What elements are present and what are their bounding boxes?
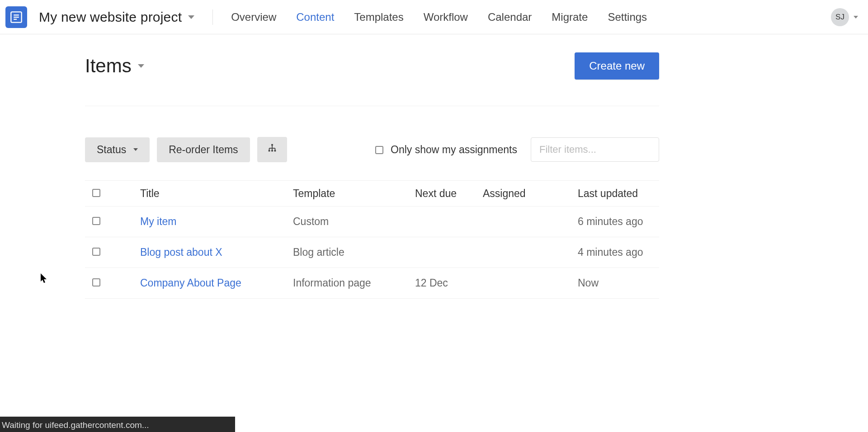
nav-migrate[interactable]: Migrate — [552, 11, 588, 23]
page-title-selector[interactable]: Items — [85, 55, 144, 77]
status-filter-label: Status — [97, 144, 126, 156]
project-selector[interactable]: My new website project — [39, 9, 213, 25]
project-title: My new website project — [39, 9, 182, 25]
app-logo-icon[interactable] — [5, 6, 27, 28]
main-nav: Overview Content Templates Workflow Cale… — [231, 11, 647, 23]
cursor-icon — [41, 273, 48, 286]
item-last-updated: 6 minutes ago — [578, 216, 643, 227]
chevron-down-icon — [188, 15, 194, 19]
nav-settings[interactable]: Settings — [608, 11, 647, 23]
nav-templates[interactable]: Templates — [354, 11, 403, 23]
create-new-button[interactable]: Create new — [575, 52, 659, 80]
col-header-template[interactable]: Template — [293, 188, 415, 200]
col-header-next-due[interactable]: Next due — [415, 188, 483, 200]
nav-workflow[interactable]: Workflow — [424, 11, 468, 23]
filter-controls: Only show my assignments — [375, 137, 659, 162]
table-header-row: Title Template Next due Assigned Last up… — [85, 180, 659, 207]
page-header: Items Create new — [85, 52, 659, 106]
items-table: Title Template Next due Assigned Last up… — [85, 180, 659, 299]
app-header: My new website project Overview Content … — [0, 0, 868, 34]
svg-rect-8 — [274, 150, 276, 152]
svg-rect-5 — [271, 144, 273, 146]
chevron-down-icon — [138, 64, 144, 68]
item-last-updated: 4 minutes ago — [578, 246, 643, 258]
chevron-down-icon[interactable] — [854, 16, 858, 19]
nav-overview[interactable]: Overview — [231, 11, 276, 23]
row-checkbox[interactable] — [85, 277, 112, 289]
filter-items-input[interactable] — [531, 137, 659, 162]
nav-content[interactable]: Content — [296, 11, 334, 23]
table-row: Company About Page Information page 12 D… — [85, 268, 659, 299]
svg-rect-6 — [268, 150, 270, 152]
svg-rect-7 — [271, 150, 273, 152]
item-last-updated: Now — [578, 277, 599, 289]
reorder-items-button[interactable]: Re-order Items — [157, 137, 250, 162]
item-template: Blog article — [293, 246, 344, 258]
toolbar: Status Re-order Items — [85, 137, 659, 162]
col-header-title[interactable]: Title — [140, 188, 293, 200]
table-row: My item Custom 6 minutes ago — [85, 207, 659, 237]
avatar[interactable]: SJ — [831, 8, 849, 26]
my-assignments-label: Only show my assignments — [391, 144, 517, 155]
item-title-link[interactable]: Blog post about X — [140, 246, 222, 258]
page-title: Items — [85, 55, 132, 77]
table-row: Blog post about X Blog article 4 minutes… — [85, 237, 659, 268]
item-template: Custom — [293, 216, 329, 227]
row-checkbox[interactable] — [85, 216, 112, 228]
row-checkbox[interactable] — [85, 246, 112, 258]
item-next-due: 12 Dec — [415, 277, 448, 289]
chevron-down-icon — [133, 148, 138, 151]
my-assignments-toggle[interactable]: Only show my assignments — [375, 144, 517, 156]
item-title-link[interactable]: My item — [140, 216, 177, 227]
hierarchy-view-button[interactable] — [257, 137, 287, 162]
item-template: Information page — [293, 277, 371, 289]
nav-calendar[interactable]: Calendar — [488, 11, 532, 23]
item-title-link[interactable]: Company About Page — [140, 277, 241, 289]
hierarchy-icon — [267, 143, 277, 156]
col-header-last-updated[interactable]: Last updated — [578, 188, 659, 200]
browser-status-bar: Waiting for uifeed.gathercontent.com... — [0, 417, 235, 432]
header-right: SJ — [831, 8, 858, 26]
select-all-checkbox[interactable] — [85, 188, 112, 200]
status-filter-button[interactable]: Status — [85, 137, 150, 162]
main-content: Items Create new Status Re-order Items — [85, 34, 659, 299]
col-header-assigned[interactable]: Assigned — [483, 188, 578, 200]
checkbox-icon — [375, 146, 383, 154]
